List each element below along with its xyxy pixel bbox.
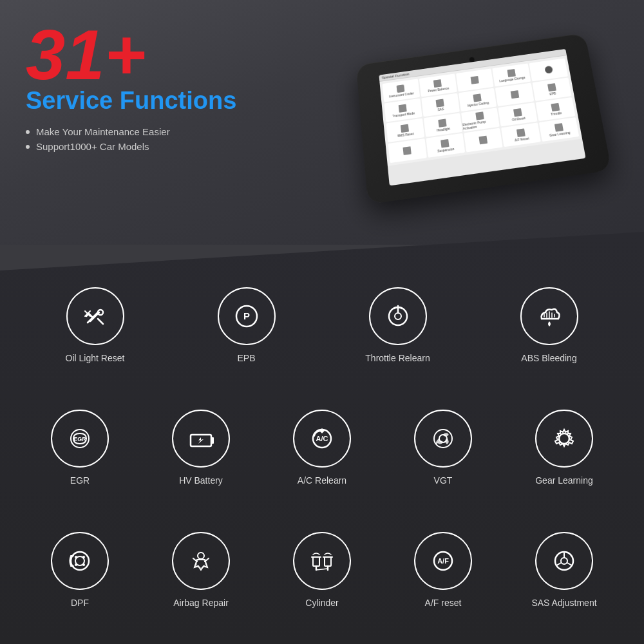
icon-label-sas-adjustment: SAS Adjustment <box>531 598 596 608</box>
icon-label-oil-light-reset: Oil Light Reset <box>66 353 125 363</box>
svg-rect-40 <box>313 557 319 566</box>
icon-circle-oil-light-reset <box>66 287 124 345</box>
icon-circle-af-reset: A/F <box>414 532 472 590</box>
icon-label-gear-learning: Gear Learning <box>535 475 593 486</box>
device-screen: Special Function Instrument Cooler Power… <box>379 49 585 185</box>
icons-row-1: Oil Light Reset P EPB Thro <box>19 264 625 386</box>
svg-point-34 <box>82 564 85 566</box>
svg-rect-22 <box>211 437 214 444</box>
svg-point-39 <box>196 559 205 568</box>
icon-item-egr: EGR EGR <box>28 410 131 486</box>
svg-line-52 <box>556 563 561 565</box>
icon-item-throttle-relearn: Throttle Relearn <box>346 287 450 363</box>
svg-line-53 <box>567 563 572 565</box>
svg-line-7 <box>98 319 103 324</box>
icon-circle-throttle-relearn <box>369 287 427 345</box>
icon-item-abs-bleeding: ABS Bleeding <box>498 287 601 363</box>
svg-line-44 <box>316 569 328 570</box>
svg-point-36 <box>198 553 204 559</box>
icon-label-hv-battery: HV Battery <box>179 475 223 486</box>
icon-circle-ac-relearn: A/C <box>293 410 351 468</box>
icons-row-3: DPF Airbag Repair <box>19 509 625 631</box>
svg-point-11 <box>395 313 401 319</box>
icon-label-abs-bleeding: ABS Bleeding <box>521 353 576 363</box>
icon-circle-epb: P <box>218 287 276 345</box>
svg-point-32 <box>75 556 77 558</box>
icon-item-af-reset: A/F A/F reset <box>392 532 495 608</box>
icon-circle-cylinder <box>293 532 351 590</box>
svg-point-30 <box>71 552 89 570</box>
svg-text:P: P <box>243 310 249 321</box>
icon-item-epb: P EPB <box>195 287 298 363</box>
icon-circle-sas-adjustment <box>535 532 593 590</box>
svg-point-35 <box>75 564 77 566</box>
device-body-container: Special Function Instrument Cooler Power… <box>354 6 625 225</box>
icon-label-vgt: VGT <box>434 475 453 486</box>
icon-item-cylinder: Cylinder <box>270 532 374 608</box>
icon-circle-hv-battery <box>172 410 230 468</box>
svg-text:EGR: EGR <box>73 436 86 442</box>
svg-point-50 <box>561 558 567 564</box>
main-number: 31+ <box>26 19 236 90</box>
icon-label-throttle-relearn: Throttle Relearn <box>365 353 430 363</box>
icon-item-vgt: VGT <box>392 410 495 486</box>
icon-circle-gear-learning <box>535 410 593 468</box>
icons-panel: Oil Light Reset P EPB Thro <box>0 232 644 644</box>
icon-circle-airbag-repair <box>172 532 230 590</box>
icon-label-cylinder: Cylinder <box>305 598 338 608</box>
bullet-dot-1 <box>26 130 30 134</box>
device-outer: Special Function Instrument Cooler Power… <box>356 33 612 204</box>
svg-rect-42 <box>325 557 331 566</box>
bullet-item-1: Make Your Maintenance Easier <box>26 126 236 137</box>
icon-circle-egr: EGR <box>51 410 109 468</box>
svg-text:A/F: A/F <box>437 557 449 565</box>
icon-item-hv-battery: HV Battery <box>149 410 252 486</box>
bullet-dot-2 <box>26 145 30 149</box>
icon-label-airbag-repair: Airbag Repair <box>173 598 229 608</box>
svg-point-33 <box>82 556 85 558</box>
svg-marker-23 <box>198 437 204 444</box>
device-image: Special Function Instrument Cooler Power… <box>354 6 625 225</box>
icon-item-ac-relearn: A/C A/C Relearn <box>270 410 374 486</box>
icons-row-2: EGR EGR HV Battery <box>19 386 625 509</box>
icon-label-epb: EPB <box>237 353 255 363</box>
icon-item-sas-adjustment: SAS Adjustment <box>513 532 616 608</box>
icon-item-airbag-repair: Airbag Repair <box>149 532 252 608</box>
icon-item-dpf: DPF <box>28 532 131 608</box>
svg-point-29 <box>559 433 569 444</box>
icon-label-egr: EGR <box>70 475 90 486</box>
icon-label-af-reset: A/F reset <box>425 598 462 608</box>
icon-label-dpf: DPF <box>71 598 89 608</box>
main-title: Service Functions <box>26 87 236 115</box>
bullet-text-1: Make Your Maintenance Easier <box>36 126 170 137</box>
icon-circle-dpf <box>51 532 109 590</box>
icon-circle-vgt <box>414 410 472 468</box>
icon-item-oil-light-reset: Oil Light Reset <box>44 287 147 363</box>
svg-text:A/C: A/C <box>316 435 328 442</box>
bullet-item-2: Support1000+ Car Models <box>26 141 236 152</box>
bullet-list: Make Your Maintenance Easier Support1000… <box>26 126 236 152</box>
bullet-text-2: Support1000+ Car Models <box>36 141 149 152</box>
icon-circle-abs-bleeding <box>520 287 578 345</box>
icon-item-gear-learning: Gear Learning <box>513 410 616 486</box>
svg-point-28 <box>434 430 452 448</box>
icon-label-ac-relearn: A/C Relearn <box>298 475 346 486</box>
header-section: 31+ Service Functions Make Your Maintena… <box>26 19 236 156</box>
